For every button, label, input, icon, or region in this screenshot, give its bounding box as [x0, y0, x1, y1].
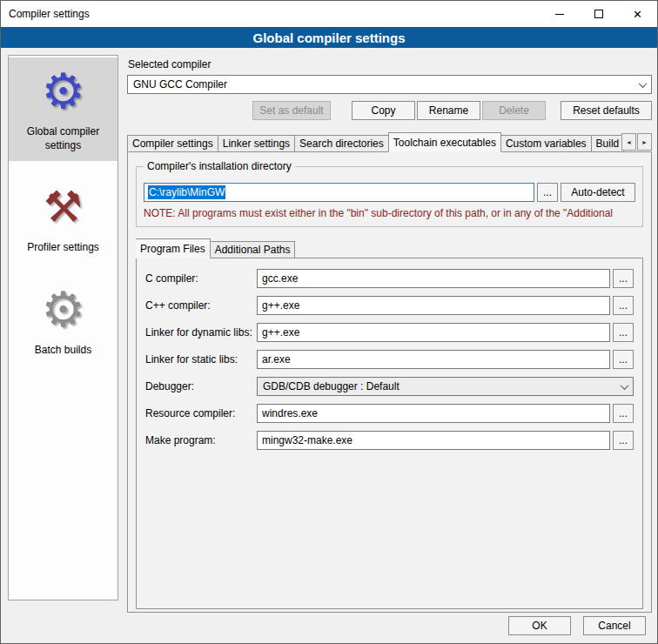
- chevron-down-icon: [634, 77, 650, 92]
- auto-detect-button[interactable]: Auto-detect: [561, 183, 635, 202]
- gear-blue-icon: ⚙: [41, 63, 84, 120]
- field-row-dynamic-linker: Linker for dynamic libs: ...: [145, 323, 634, 342]
- make-program-label: Make program:: [145, 434, 257, 446]
- sidebar-item-batch-builds[interactable]: ⚙ Batch builds: [9, 276, 118, 366]
- tab-linker-settings[interactable]: Linker settings: [218, 135, 295, 152]
- minimize-button[interactable]: [540, 1, 579, 27]
- sidebar-item-global-compiler-settings[interactable]: ⚙ Global compiler settings: [9, 57, 118, 161]
- make-program-browse-button[interactable]: ...: [613, 431, 634, 450]
- close-icon: ✕: [633, 9, 642, 20]
- sidebar-item-label: Batch builds: [35, 344, 91, 358]
- copy-button[interactable]: Copy: [352, 101, 415, 120]
- tab-toolchain-executables[interactable]: Toolchain executables: [388, 132, 501, 152]
- tab-build-options[interactable]: Build: [592, 135, 625, 152]
- toolchain-subtabstrip: Program Files Additional Paths: [136, 238, 643, 258]
- window-title: Compiler settings: [1, 8, 90, 20]
- installation-directory-value: C:\raylib\MinGW: [148, 185, 225, 199]
- subtab-additional-paths[interactable]: Additional Paths: [211, 241, 296, 258]
- debugger-label: Debugger:: [145, 380, 257, 392]
- settings-tabstrip: Compiler settings Linker settings Search…: [127, 132, 652, 152]
- resource-compiler-label: Resource compiler:: [145, 407, 257, 419]
- tab-compiler-settings[interactable]: Compiler settings: [127, 135, 218, 152]
- dialog-heading: Global compiler settings: [1, 27, 657, 48]
- ok-button[interactable]: OK: [508, 616, 571, 635]
- dialog-footer: OK Cancel: [508, 616, 646, 635]
- field-row-debugger: Debugger: GDB/CDB debugger : Default: [145, 377, 634, 396]
- debugger-select-value: GDB/CDB debugger : Default: [263, 380, 400, 392]
- static-linker-label: Linker for static libs:: [145, 353, 257, 366]
- tab-scroll-left-icon[interactable]: ◄: [621, 133, 636, 151]
- tab-scroll-arrows: ◄ ►: [621, 133, 652, 151]
- sidebar-item-label: Global compiler settings: [10, 125, 116, 152]
- window-controls: ✕: [540, 1, 657, 27]
- static-linker-browse-button[interactable]: ...: [613, 350, 634, 369]
- c-compiler-input[interactable]: [257, 269, 610, 288]
- resource-compiler-browse-button[interactable]: ...: [613, 404, 634, 423]
- sidebar-item-label: Profiler settings: [27, 241, 99, 255]
- compiler-settings-dialog: Compiler settings ✕ Global compiler sett…: [0, 0, 658, 644]
- installation-directory-label: Compiler's installation directory: [144, 160, 295, 172]
- compiler-select-value: GNU GCC Compiler: [133, 78, 227, 91]
- dynamic-linker-browse-button[interactable]: ...: [613, 323, 634, 342]
- sidebar-item-profiler-settings[interactable]: ⚒ Profiler settings: [9, 173, 118, 264]
- rename-button[interactable]: Rename: [417, 101, 480, 120]
- field-row-cpp-compiler: C++ compiler: ...: [145, 296, 634, 315]
- bin-subdirectory-note: NOTE: All programs must exist either in …: [144, 207, 635, 219]
- delete-button[interactable]: Delete: [482, 101, 546, 120]
- field-row-static-linker: Linker for static libs: ...: [145, 350, 634, 369]
- profiler-icon: ⚒: [44, 178, 83, 236]
- cpp-compiler-input[interactable]: [257, 296, 610, 315]
- subtab-program-files[interactable]: Program Files: [136, 238, 211, 258]
- program-files-panel: C compiler: ... C++ compiler: ... Linker…: [136, 258, 643, 609]
- field-row-c-compiler: C compiler: ...: [145, 269, 634, 288]
- resource-compiler-input[interactable]: [257, 404, 610, 423]
- minimize-icon: [555, 14, 564, 15]
- debugger-select[interactable]: GDB/CDB debugger : Default: [257, 377, 634, 396]
- compiler-select[interactable]: GNU GCC Compiler: [127, 75, 652, 94]
- toolchain-panel: Compiler's installation directory C:\ray…: [127, 151, 652, 613]
- static-linker-input[interactable]: [257, 350, 610, 369]
- settings-sidebar: ⚙ Global compiler settings ⚒ Profiler se…: [8, 55, 118, 600]
- cpp-compiler-label: C++ compiler:: [145, 299, 257, 312]
- tab-search-directories[interactable]: Search directories: [295, 135, 389, 152]
- installation-directory-browse-button[interactable]: ...: [537, 183, 558, 202]
- close-button[interactable]: ✕: [618, 1, 657, 27]
- cpp-compiler-browse-button[interactable]: ...: [613, 296, 634, 315]
- titlebar: Compiler settings ✕: [1, 1, 657, 27]
- reset-defaults-button[interactable]: Reset defaults: [561, 101, 652, 120]
- chevron-down-icon: [616, 379, 632, 394]
- installation-directory-input[interactable]: C:\raylib\MinGW: [144, 183, 534, 202]
- tab-custom-variables[interactable]: Custom variables: [501, 135, 592, 152]
- installation-directory-group: Compiler's installation directory C:\ray…: [136, 166, 643, 227]
- selected-compiler-label: Selected compiler: [128, 58, 652, 70]
- main-content: Selected compiler GNU GCC Compiler Set a…: [127, 55, 652, 613]
- cancel-button[interactable]: Cancel: [583, 616, 646, 635]
- set-as-default-button[interactable]: Set as default: [252, 101, 331, 120]
- dynamic-linker-input[interactable]: [257, 323, 610, 342]
- field-row-make-program: Make program: ...: [145, 431, 634, 450]
- field-row-resource-compiler: Resource compiler: ...: [145, 404, 634, 423]
- c-compiler-label: C compiler:: [145, 272, 257, 285]
- tab-scroll-right-icon[interactable]: ►: [637, 133, 652, 151]
- gear-gray-icon: ⚙: [41, 281, 84, 339]
- compiler-actions: Set as default Copy Rename Delete Reset …: [127, 101, 652, 120]
- installation-directory-row: C:\raylib\MinGW ... Auto-detect: [144, 183, 635, 202]
- c-compiler-browse-button[interactable]: ...: [613, 269, 634, 288]
- maximize-button[interactable]: [579, 1, 618, 27]
- make-program-input[interactable]: [257, 431, 610, 450]
- maximize-icon: [594, 10, 603, 18]
- dynamic-linker-label: Linker for dynamic libs:: [145, 326, 257, 339]
